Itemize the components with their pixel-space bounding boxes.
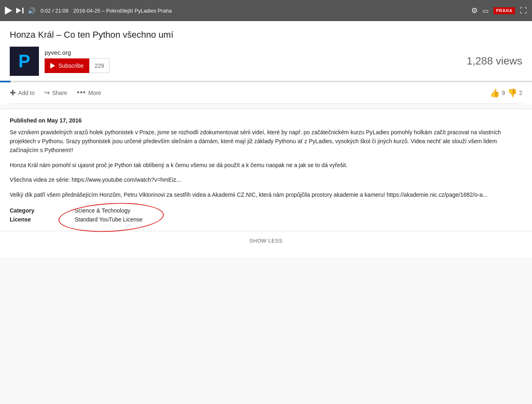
fullscreen-icon[interactable]: ⛶ [520, 6, 527, 15]
time-display: 0:02 / 21:09 [41, 8, 69, 14]
license-label: License [10, 216, 75, 223]
description-paragraph-2: Honza Král nám pomohl si ujasnit proč je… [10, 161, 522, 170]
dislike-section: 👎 2 [507, 88, 522, 98]
miniplayer-icon[interactable]: ▭ [483, 7, 489, 15]
more-button[interactable]: ••• More [77, 88, 101, 97]
meta-table: Category Science & Technology License St… [10, 207, 522, 223]
subscribe-row: Subscribe 229 [45, 58, 109, 73]
channel-avatar[interactable]: P [10, 47, 39, 76]
player-controls: 🔊 [5, 6, 36, 15]
player-right-controls: ⚙ ▭ PRAHA ⛶ [471, 6, 527, 15]
channel-row: P pyvec.org Subscribe 229 1,288 views [10, 47, 522, 76]
play-button[interactable] [5, 6, 12, 15]
show-less-button[interactable]: SHOW LESS [249, 238, 283, 244]
player-title: 2016-04-25 – Pokročilejší PyLadies Praha [73, 8, 467, 14]
like-section: 👍 9 [490, 88, 505, 98]
action-buttons-right: 👍 9 👎 2 [490, 88, 522, 98]
channel-left: P pyvec.org Subscribe 229 [10, 47, 109, 76]
dislike-count: 2 [519, 90, 522, 96]
settings-icon[interactable]: ⚙ [471, 6, 478, 15]
dislike-button[interactable]: 👎 [507, 88, 517, 98]
license-value: Standard YouTube License [75, 216, 522, 223]
subscribe-play-icon [50, 63, 55, 69]
brand-logo: PRAHA [493, 7, 515, 14]
volume-icon[interactable]: 🔊 [28, 7, 36, 15]
description-paragraph-1: Se vznikem pravidelných srazů holek pyth… [10, 128, 522, 155]
channel-name: pyvec.org [45, 49, 109, 56]
channel-info: pyvec.org Subscribe 229 [45, 49, 109, 73]
action-buttons-left: ✚ Add to ↪ Share ••• More [10, 88, 101, 97]
video-title: Honza Král – Co ten Python všechno umí [10, 29, 522, 41]
more-icon: ••• [77, 88, 86, 97]
category-value: Science & Technology [75, 207, 522, 214]
progress-fill [0, 81, 11, 82]
video-player-bar: 🔊 0:02 / 21:09 2016-04-25 – Pokročilejší… [0, 0, 532, 21]
skip-button[interactable] [16, 8, 24, 13]
publish-date: Published on May 17, 2016 [10, 117, 522, 124]
add-to-button[interactable]: ✚ Add to [10, 89, 34, 97]
like-button[interactable]: 👍 [490, 88, 500, 98]
views-count: 1,288 views [467, 55, 522, 67]
add-icon: ✚ [10, 89, 16, 97]
progress-bar[interactable] [0, 81, 532, 82]
category-label: Category [10, 207, 75, 214]
like-count: 9 [502, 90, 505, 96]
show-less-bar: SHOW LESS [0, 231, 532, 250]
action-bar: ✚ Add to ↪ Share ••• More 👍 9 👎 2 [10, 82, 522, 104]
share-icon: ↪ [44, 89, 49, 97]
description-section: Published on May 17, 2016 Se vznikem pra… [0, 109, 532, 258]
description-paragraph-3: Všechna videa ze série: https://www.yout… [10, 175, 522, 184]
subscribe-button[interactable]: Subscribe [45, 58, 89, 73]
description-paragraph-4: Velký dík patří všem přednášejícím Honzů… [10, 190, 522, 199]
subscriber-count: 229 [89, 58, 109, 73]
avatar-letter: P [18, 51, 30, 71]
share-button[interactable]: ↪ Share [44, 89, 67, 97]
meta-container: Category Science & Technology License St… [10, 207, 522, 223]
content-area: Honza Král – Co ten Python všechno umí P… [0, 21, 532, 104]
